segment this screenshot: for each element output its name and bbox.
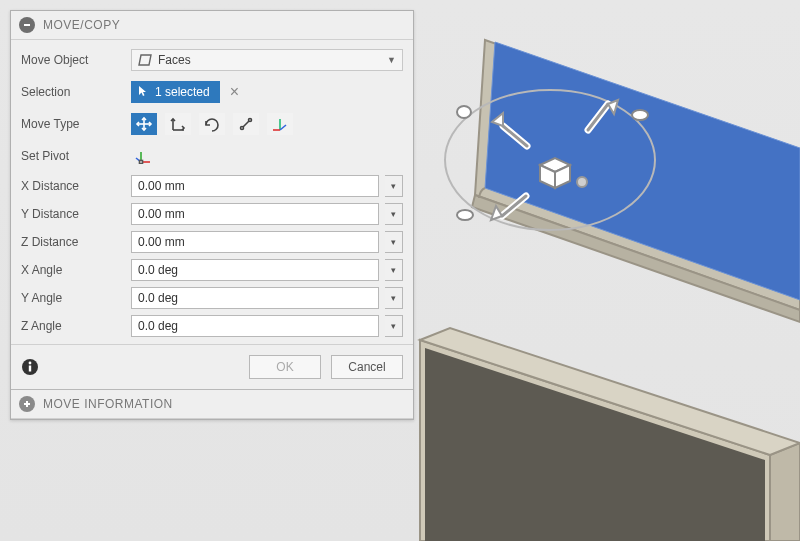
svg-marker-13: [555, 165, 570, 188]
svg-point-8: [632, 110, 648, 120]
svg-rect-39: [140, 161, 143, 164]
svg-line-17: [502, 196, 526, 216]
svg-marker-21: [608, 100, 618, 114]
row-z-distance: Z Distance ▾: [11, 228, 413, 256]
row-y-angle: Y Angle ▾: [11, 284, 413, 312]
svg-line-15: [588, 104, 608, 130]
svg-point-41: [29, 362, 32, 365]
selection-count: 1 selected: [155, 85, 210, 99]
z-angle-spinner[interactable]: ▾: [385, 315, 403, 337]
x-angle-input[interactable]: [131, 259, 379, 281]
row-set-pivot: Set Pivot: [11, 140, 413, 172]
move-copy-panel: MOVE/COPY Move Object Faces ▼ Selection: [10, 10, 414, 420]
selection-chip[interactable]: 1 selected: [131, 81, 220, 103]
svg-line-32: [243, 121, 249, 127]
row-z-angle: Z Angle ▾: [11, 312, 413, 340]
svg-line-18: [588, 104, 608, 130]
move-type-translate[interactable]: [165, 113, 191, 135]
svg-marker-23: [491, 206, 502, 220]
label-y-distance: Y Distance: [21, 207, 131, 221]
svg-point-10: [457, 106, 471, 118]
svg-line-16: [503, 126, 527, 146]
z-angle-input[interactable]: [131, 315, 379, 337]
svg-marker-11: [540, 158, 570, 172]
svg-point-14: [577, 177, 587, 187]
row-x-distance: X Distance ▾: [11, 172, 413, 200]
collapse-icon[interactable]: [19, 17, 35, 33]
svg-marker-22: [492, 113, 503, 126]
move-object-dropdown[interactable]: Faces ▼: [131, 49, 403, 71]
svg-marker-6: [485, 42, 800, 300]
x-angle-spinner[interactable]: ▾: [385, 259, 403, 281]
svg-marker-2: [420, 328, 800, 455]
svg-marker-25: [139, 55, 151, 65]
y-angle-input[interactable]: [131, 287, 379, 309]
move-type-point-to-point[interactable]: [267, 113, 293, 135]
label-x-angle: X Angle: [21, 263, 131, 277]
section-header-move-information[interactable]: MOVE INFORMATION: [11, 389, 413, 419]
label-selection: Selection: [21, 85, 131, 99]
svg-point-9: [457, 210, 473, 220]
row-move-object: Move Object Faces ▼: [11, 44, 413, 76]
x-distance-spinner[interactable]: ▾: [385, 175, 403, 197]
scene-3d: [360, 0, 800, 541]
label-move-object: Move Object: [21, 53, 131, 67]
ok-button[interactable]: OK: [249, 355, 321, 379]
row-y-distance: Y Distance ▾: [11, 200, 413, 228]
move-type-scale-uniform[interactable]: [233, 113, 259, 135]
panel-title: MOVE/COPY: [43, 18, 120, 32]
section2-title: MOVE INFORMATION: [43, 397, 173, 411]
label-z-distance: Z Distance: [21, 235, 131, 249]
svg-marker-1: [770, 443, 800, 541]
y-angle-spinner[interactable]: ▾: [385, 287, 403, 309]
row-selection: Selection 1 selected ×: [11, 76, 413, 108]
row-x-angle: X Angle ▾: [11, 256, 413, 284]
expand-icon[interactable]: [19, 396, 35, 412]
y-distance-input[interactable]: [131, 203, 379, 225]
label-move-type: Move Type: [21, 117, 131, 131]
move-object-value: Faces: [158, 53, 191, 67]
z-distance-spinner[interactable]: ▾: [385, 231, 403, 253]
y-distance-spinner[interactable]: ▾: [385, 203, 403, 225]
svg-marker-5: [472, 195, 800, 322]
label-z-angle: Z Angle: [21, 319, 131, 333]
svg-marker-0: [420, 340, 770, 541]
move-type-rotate[interactable]: [199, 113, 225, 135]
svg-rect-42: [29, 366, 31, 372]
faces-icon: [138, 54, 152, 66]
svg-marker-3: [425, 348, 765, 541]
section-header-movecopy[interactable]: MOVE/COPY: [11, 11, 413, 40]
svg-line-35: [280, 125, 286, 130]
svg-line-19: [503, 126, 527, 146]
move-type-free[interactable]: [131, 113, 157, 135]
manipulator-gizmo: [445, 90, 655, 230]
svg-point-7: [445, 90, 655, 230]
svg-marker-12: [540, 165, 555, 188]
set-pivot-button[interactable]: [131, 145, 157, 167]
label-set-pivot: Set Pivot: [21, 149, 131, 163]
z-distance-input[interactable]: [131, 231, 379, 253]
info-icon[interactable]: [21, 358, 39, 376]
clear-selection-button[interactable]: ×: [226, 83, 243, 101]
label-y-angle: Y Angle: [21, 291, 131, 305]
row-move-type: Move Type: [11, 108, 413, 140]
cancel-button[interactable]: Cancel: [331, 355, 403, 379]
svg-line-20: [502, 196, 526, 216]
svg-marker-4: [475, 40, 800, 310]
label-x-distance: X Distance: [21, 179, 131, 193]
cursor-icon: [137, 85, 149, 100]
chevron-down-icon: ▼: [387, 55, 396, 65]
x-distance-input[interactable]: [131, 175, 379, 197]
